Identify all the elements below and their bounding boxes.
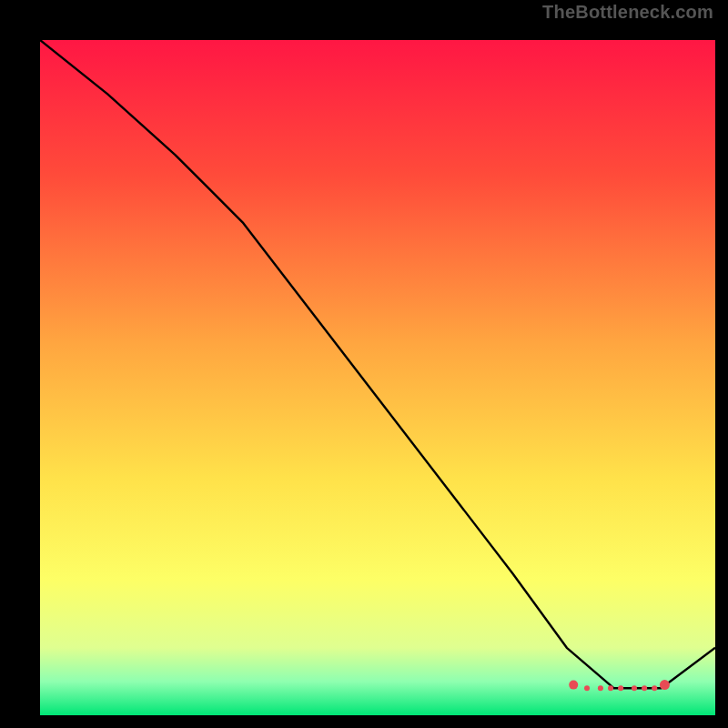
marker-dot	[584, 685, 590, 691]
chart-background	[40, 40, 715, 715]
marker-dot	[660, 680, 670, 690]
watermark-text: TheBottleneck.com	[542, 2, 713, 23]
marker-dot	[642, 685, 647, 691]
marker-dot	[632, 685, 637, 691]
marker-dot	[598, 685, 603, 691]
marker-dot	[608, 685, 613, 691]
marker-dot	[618, 685, 623, 691]
marker-dot	[652, 685, 657, 691]
chart-frame	[14, 14, 714, 714]
marker-dot	[569, 681, 578, 690]
chart-svg	[40, 40, 715, 715]
